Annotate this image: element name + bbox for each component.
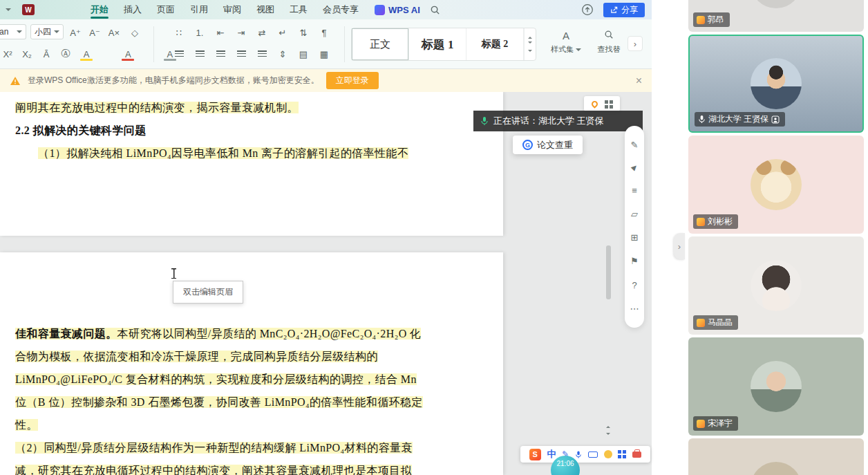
participant-label: 马晶晶 <box>693 315 738 330</box>
phonetic-guide-icon[interactable]: Ā <box>37 46 55 62</box>
font-name-select[interactable]: an <box>0 24 26 39</box>
scrollbar[interactable] <box>606 96 612 442</box>
ime-toolbar: S 中 ✎ <box>520 446 650 463</box>
superscript-icon[interactable]: X² <box>0 46 17 62</box>
style-heading-2[interactable]: 标题 2 <box>466 28 524 60</box>
doc-paragraph: 性。 <box>15 413 503 436</box>
ime-mode-toggle[interactable]: 中 <box>547 448 556 460</box>
highlight-color-icon[interactable]: A <box>77 46 95 62</box>
search-icon[interactable] <box>430 5 440 15</box>
scrollbar-thumb[interactable] <box>606 245 611 299</box>
select-cursor-icon[interactable]: ▶ <box>630 163 639 172</box>
participant-tile-speaking[interactable]: 湖北大学 王贤保 <box>688 35 864 133</box>
align-center-icon[interactable] <box>191 46 209 62</box>
wps-writer-window: W 开始 插入 页面 引用 审阅 视图 工具 会员专享 WPS AI <box>0 0 652 475</box>
document-page-1[interactable]: 阐明其在充放电过程中的结构演变，揭示容量衰减机制。 2.2 拟解决的关键科学问题… <box>0 92 503 236</box>
character-scale-icon[interactable]: ⇄ <box>253 24 271 41</box>
keyboard-icon[interactable] <box>588 451 598 458</box>
participant-tile[interactable]: 马晶晶 <box>688 236 864 335</box>
increase-font-icon[interactable]: A⁺ <box>66 24 84 41</box>
speaking-text: 正在讲话：湖北大学 王贤保 <box>493 115 604 127</box>
sogou-logo[interactable]: S <box>529 449 541 460</box>
decrease-font-icon[interactable]: A⁻ <box>86 24 104 41</box>
annotate-pen-icon[interactable]: ✎ <box>631 140 639 149</box>
font-size-select[interactable]: 小四 <box>30 24 64 39</box>
participant-tile[interactable]: 郭昂 <box>688 0 864 32</box>
share-button[interactable]: 分享 <box>603 3 645 17</box>
style-body-text[interactable]: 正文 <box>352 28 409 60</box>
doc-paragraph: 佳和容量衰减问题。本研究将以同构型/异质结的 MnC₂O₄·2H₂O@FeC₂O… <box>15 322 503 345</box>
emoji-icon[interactable] <box>604 450 612 458</box>
wps-logo[interactable]: W <box>22 4 35 15</box>
align-right-icon[interactable] <box>211 46 229 62</box>
distribute-icon[interactable] <box>253 46 271 62</box>
participant-tile[interactable] <box>688 438 864 475</box>
panel-collapse-handle[interactable]: › <box>674 233 685 259</box>
format-painter-icon[interactable]: ◇ <box>126 24 144 41</box>
ribbon: an 小四 A⁺ A⁻ A× ◇ X² X₂ Ā Ⓐ A A A ∷ 1. ⇤ … <box>0 19 652 69</box>
style-heading-1[interactable]: 标题 1 <box>409 28 466 60</box>
document-page-2[interactable]: 双击编辑页眉 佳和容量衰减问题。本研究将以同构型/异质结的 MnC₂O₄·2H₂… <box>0 252 503 475</box>
paper-check-button[interactable]: G 论文查重 <box>513 136 583 154</box>
font-color-icon[interactable]: A <box>119 46 137 62</box>
line-spacing-icon[interactable]: ⇕ <box>274 46 292 62</box>
apps-grid-icon[interactable] <box>605 100 608 104</box>
sort-icon[interactable]: ⇅ <box>294 24 312 41</box>
menu-insert[interactable]: 插入 <box>116 0 149 19</box>
avatar <box>751 361 802 412</box>
menu-home[interactable]: 开始 <box>83 0 116 19</box>
login-now-button[interactable]: 立即登录 <box>326 72 379 89</box>
scrollbar-arrows[interactable] <box>606 424 610 437</box>
line-break-icon[interactable]: ↵ <box>274 24 292 41</box>
cloud-upload-icon[interactable] <box>581 3 594 16</box>
menu-tools[interactable]: 工具 <box>282 0 315 19</box>
subscript-icon[interactable]: X₂ <box>18 46 36 62</box>
increase-indent-icon[interactable]: ⇥ <box>232 24 250 41</box>
wps-ai-label: WPS AI <box>388 5 420 15</box>
style-set-button[interactable]: A 样式集 <box>547 28 585 61</box>
meeting-participants-panel: 郭昂 湖北大学 王贤保 刘彬彬 马晶晶 <box>686 0 868 475</box>
enclose-character-icon[interactable]: Ⓐ <box>57 46 75 62</box>
participant-tile[interactable]: 宋泽宇 <box>688 337 864 436</box>
justify-icon[interactable] <box>232 46 250 62</box>
shading-icon[interactable]: ▤ <box>294 46 312 62</box>
share-icon <box>610 6 618 14</box>
warning-icon <box>10 76 21 86</box>
doc-paragraph: 位（B 位）控制掺杂和 3D 石墨烯包覆，协同改善 LiMnPO₄的倍率性能和循… <box>15 391 503 413</box>
menu-member[interactable]: 会员专享 <box>315 0 366 19</box>
bullet-list-icon[interactable]: ∷ <box>170 24 188 41</box>
borders-icon[interactable]: ▦ <box>315 46 333 62</box>
avatar <box>751 260 802 311</box>
edit-header-tooltip: 双击编辑页眉 <box>173 281 243 304</box>
docking-toolbar <box>584 96 620 111</box>
menu-references[interactable]: 引用 <box>182 0 216 19</box>
portrait-icon <box>771 115 780 124</box>
decrease-indent-icon[interactable]: ⇤ <box>211 24 229 41</box>
menu-view[interactable]: 视图 <box>249 0 282 19</box>
toolbox-icon[interactable]: ⊞ <box>631 233 639 242</box>
numbered-list-icon[interactable]: 1. <box>191 24 209 41</box>
participant-label: 湖北大学 王贤保 <box>695 112 785 127</box>
wps-ai-button[interactable]: WPS AI <box>375 5 420 15</box>
flag-icon[interactable]: ⚑ <box>630 257 639 266</box>
help-icon[interactable]: ? <box>632 281 636 290</box>
doc-paragraph: （1）拟解决纯相 LiMnPO₄因导电率低和 Mn 离子的溶解引起的倍率性能不 <box>15 142 503 165</box>
menu-page[interactable]: 页面 <box>149 0 182 19</box>
eraser-icon[interactable]: ▱ <box>631 209 638 218</box>
ime-apps-grid-icon[interactable] <box>618 450 621 454</box>
participant-tile[interactable]: 刘彬彬 <box>688 136 864 234</box>
adjust-icon[interactable]: ≡ <box>632 186 637 195</box>
ime-toolbox-icon[interactable] <box>632 451 641 458</box>
show-marks-icon[interactable]: ¶ <box>315 24 333 41</box>
location-pin-icon[interactable] <box>590 100 599 109</box>
clear-format-icon[interactable]: A× <box>105 24 123 41</box>
more-icon[interactable]: ⋯ <box>630 304 639 313</box>
styles-gallery-scroll[interactable] <box>524 28 536 60</box>
find-replace-button[interactable]: 查找替 <box>590 28 628 61</box>
voice-input-icon[interactable] <box>575 450 582 459</box>
menu-review[interactable]: 审阅 <box>216 0 249 19</box>
ribbon-expand-chevron[interactable]: › <box>628 36 643 51</box>
align-left-icon[interactable] <box>170 46 188 62</box>
collapse-chevron-icon[interactable] <box>6 6 11 14</box>
close-banner-icon[interactable]: × <box>636 75 642 86</box>
